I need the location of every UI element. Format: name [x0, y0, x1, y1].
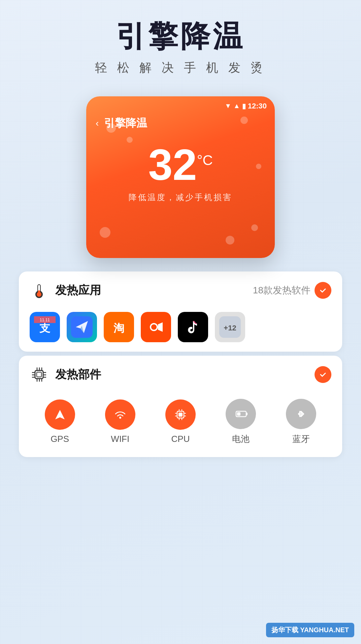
component-gps[interactable]: GPS: [45, 399, 75, 444]
svg-rect-33: [178, 413, 183, 417]
circuit-icon: [30, 365, 48, 384]
svg-text:11.11: 11.11: [40, 318, 50, 322]
nav-bar: ‹ 引擎降温: [86, 110, 275, 136]
signal-icon: ▲: [233, 102, 240, 110]
component-wifi[interactable]: WIFI: [105, 399, 135, 444]
hot-apps-badge: 18款发热软件: [253, 282, 331, 299]
svg-rect-19: [37, 372, 41, 377]
cpu-label: CPU: [171, 434, 190, 444]
component-cpu[interactable]: CPU: [165, 399, 196, 444]
wifi-circle: [105, 399, 135, 430]
wifi-label: WIFI: [111, 434, 129, 444]
hot-apps-check[interactable]: [315, 282, 331, 299]
title-section: 引擎降温 轻 松 解 决 手 机 发 烫: [95, 20, 266, 76]
gps-label: GPS: [51, 434, 69, 444]
component-icons-row: GPS WIFI: [19, 393, 342, 457]
watermark: 扬华下载 YANGHUA.NET: [266, 623, 354, 637]
hot-apps-card-header: 发热应用 18款发热软件: [19, 271, 342, 309]
battery-label: 电池: [232, 433, 250, 445]
svg-text:淘: 淘: [113, 322, 124, 334]
cpu-circle: [165, 399, 196, 430]
main-container: 引擎降温 轻 松 解 决 手 机 发 烫 ▼: [0, 0, 361, 488]
back-button[interactable]: ‹: [96, 118, 99, 129]
svg-text:+12: +12: [224, 324, 236, 332]
hot-apps-count: 18款发热软件: [253, 284, 310, 297]
bubble-2: [127, 137, 133, 143]
apps-row: 支 11.11: [19, 309, 342, 352]
component-bluetooth[interactable]: 蓝牙: [286, 399, 316, 445]
svg-text:支: 支: [39, 322, 51, 334]
hot-components-title: 发热部件: [55, 367, 101, 382]
components-header-left: 发热部件: [30, 365, 101, 384]
svg-point-14: [151, 324, 157, 330]
battery-circle: [226, 399, 256, 429]
hot-components-card-header: 发热部件: [19, 356, 342, 393]
battery-status-icon: ▮: [242, 102, 246, 110]
app-icon-alipay[interactable]: 支 11.11: [30, 312, 60, 342]
bluetooth-circle: [286, 399, 316, 429]
bubble-7: [256, 164, 261, 169]
phone-mockup-wrapper: ▼ ▲ ▮ 12:30 ‹ 引擎降温: [86, 96, 275, 258]
hot-apps-card: 发热应用 18款发热软件 支: [19, 271, 342, 352]
svg-point-4: [37, 292, 41, 297]
bubble-3: [240, 117, 248, 124]
status-time: 12:30: [248, 102, 267, 110]
temperature-display: 32°C 降低温度，减少手机损害: [86, 136, 275, 213]
bubble-4: [100, 227, 110, 238]
phone-screen: ▼ ▲ ▮ 12:30 ‹ 引擎降温: [86, 96, 275, 258]
bubble-6: [226, 236, 234, 245]
svg-rect-18: [35, 371, 43, 379]
cards-section: 发热应用 18款发热软件 支: [19, 271, 342, 461]
wifi-status-icon: ▼: [225, 102, 231, 110]
bubble-1: [106, 123, 116, 133]
app-icon-more[interactable]: +12: [215, 312, 245, 342]
app-icon-feishu[interactable]: [67, 312, 97, 342]
hot-apps-title: 发热应用: [55, 283, 101, 298]
phone-mockup: ▼ ▲ ▮ 12:30 ‹ 引擎降温: [86, 96, 275, 258]
temperature-value: 32°C: [148, 143, 213, 187]
bubble-5: [251, 224, 258, 231]
component-battery[interactable]: 电池: [226, 399, 256, 445]
bluetooth-label: 蓝牙: [292, 433, 310, 445]
gps-circle: [45, 399, 75, 430]
app-icon-tiktok[interactable]: [178, 312, 208, 342]
sub-title: 轻 松 解 决 手 机 发 烫: [95, 60, 266, 76]
main-title: 引擎降温: [95, 20, 266, 53]
temperature-description: 降低温度，减少手机损害: [86, 192, 275, 203]
app-icon-taobao[interactable]: 淘: [104, 312, 134, 342]
hot-components-check[interactable]: [315, 366, 331, 383]
thermometer-icon: [30, 281, 48, 300]
status-bar: ▼ ▲ ▮ 12:30: [86, 96, 275, 110]
card-header-left: 发热应用: [30, 281, 101, 300]
svg-rect-43: [246, 413, 248, 415]
svg-rect-44: [237, 412, 240, 416]
status-icons: ▼ ▲ ▮ 12:30: [225, 102, 267, 110]
hot-components-card: 发热部件: [19, 356, 342, 457]
app-icon-kuaishou[interactable]: [141, 312, 171, 342]
